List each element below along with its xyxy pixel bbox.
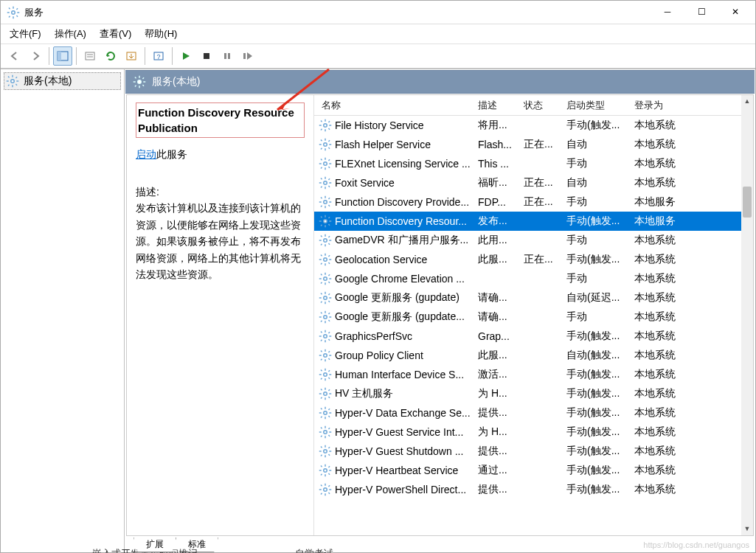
- show-hide-tree-button[interactable]: [53, 46, 72, 66]
- menu-view[interactable]: 查看(V): [100, 27, 131, 41]
- help-button[interactable]: ?: [149, 46, 168, 66]
- cell-start-type: 手动(触发...: [562, 387, 630, 400]
- scroll-up-icon[interactable]: ▲: [741, 95, 753, 108]
- gear-icon: [319, 445, 332, 458]
- menu-action[interactable]: 操作(A): [55, 27, 86, 41]
- cell-desc: Flash...: [474, 139, 519, 150]
- gear-icon: [133, 75, 146, 88]
- start-service-button[interactable]: [176, 46, 195, 66]
- service-row[interactable]: Google 更新服务 (gupdate...请确...手动本地系统: [314, 307, 753, 327]
- service-row[interactable]: Hyper-V Data Exchange Se...提供...手动(触发...…: [314, 403, 753, 422]
- cell-desc: 此用...: [474, 234, 519, 247]
- service-row[interactable]: Hyper-V PowerShell Direct...提供...手动(触发..…: [314, 480, 753, 499]
- start-service-link[interactable]: 启动: [136, 148, 156, 160]
- tree-node-label: 服务(本地): [24, 74, 72, 88]
- cell-status: 正在...: [519, 195, 562, 209]
- col-name[interactable]: 名称: [314, 95, 474, 115]
- refresh-button[interactable]: [101, 46, 120, 66]
- cell-logon: 本地系统: [630, 330, 753, 343]
- gear-icon: [7, 6, 20, 19]
- service-row[interactable]: Function Discovery Resour...发布...手动(触发..…: [314, 212, 753, 231]
- gear-icon: [319, 406, 332, 420]
- menu-help[interactable]: 帮助(H): [145, 27, 177, 41]
- svg-rect-19: [224, 53, 226, 59]
- service-row[interactable]: Hyper-V Heartbeat Service通过...手动(触发...本地…: [314, 461, 753, 480]
- cell-logon: 本地系统: [630, 157, 753, 170]
- gear-icon: [319, 176, 332, 189]
- detail-pane: Function Discovery Resource Publication …: [127, 95, 314, 535]
- cell-start-type: 手动: [562, 234, 630, 247]
- close-button[interactable]: ✕: [718, 1, 752, 24]
- gear-icon: [319, 253, 332, 266]
- console-tree[interactable]: 服务(本地): [1, 69, 125, 552]
- service-row[interactable]: Foxit Service福昕...正在...自动本地系统: [314, 173, 753, 192]
- gear-icon: [319, 368, 332, 381]
- cell-desc: 提供...: [474, 406, 519, 420]
- cell-name: HV 主机服务: [335, 387, 393, 400]
- service-row[interactable]: Hyper-V Guest Service Int...为 H...手动(触发.…: [314, 422, 753, 442]
- column-headers[interactable]: 名称 描述 状态 启动类型 登录为: [314, 95, 753, 116]
- tab-extended[interactable]: 扩展: [133, 538, 176, 552]
- description-label: 描述:: [136, 184, 305, 200]
- selected-service-title: Function Discovery Resource Publication: [136, 102, 305, 138]
- col-logon[interactable]: 登录为: [630, 95, 753, 115]
- svg-rect-11: [58, 52, 61, 60]
- gear-icon: [319, 157, 332, 170]
- tree-node-services-local[interactable]: 服务(本地): [4, 72, 121, 90]
- service-row[interactable]: FLEXnet Licensing Service ...This ...手动本…: [314, 154, 753, 173]
- service-row[interactable]: Google 更新服务 (gupdate)请确...自动(延迟...本地系统: [314, 288, 753, 307]
- col-status[interactable]: 状态: [519, 95, 562, 115]
- properties-button[interactable]: [80, 46, 100, 66]
- stop-service-button[interactable]: [197, 46, 216, 66]
- cell-status: 正在...: [519, 253, 562, 266]
- gear-icon: [319, 215, 332, 228]
- vertical-scrollbar[interactable]: ▲ ▼: [741, 95, 753, 535]
- service-row[interactable]: Google Chrome Elevation ...手动本地系统: [314, 269, 753, 288]
- service-row[interactable]: Human Interface Device S...激活...手动(触发...…: [314, 365, 753, 384]
- gear-icon: [319, 425, 332, 439]
- menu-file[interactable]: 文件(F): [10, 27, 41, 41]
- cell-logon: 本地系统: [630, 138, 753, 151]
- col-start-type[interactable]: 启动类型: [562, 95, 630, 115]
- service-row[interactable]: Hyper-V Guest Shutdown ...提供...手动(触发...本…: [314, 442, 753, 461]
- cell-logon: 本地系统: [630, 406, 753, 420]
- service-row[interactable]: File History Service将用...手动(触发...本地系统: [314, 116, 753, 135]
- titlebar[interactable]: 服务 ─ ☐ ✕: [1, 1, 755, 24]
- service-row[interactable]: HV 主机服务为 H...手动(触发...本地系统: [314, 384, 753, 403]
- gear-icon: [319, 272, 332, 285]
- scroll-thumb[interactable]: [743, 187, 752, 218]
- service-row[interactable]: Geolocation Service此服...正在...手动(触发...本地系…: [314, 250, 753, 269]
- start-service-line: 启动此服务: [136, 148, 305, 161]
- cell-name: Google 更新服务 (gupdate): [335, 291, 460, 305]
- svg-rect-21: [243, 53, 246, 59]
- minimize-button[interactable]: ─: [651, 1, 684, 24]
- cell-desc: 请确...: [474, 291, 519, 305]
- cell-name: Flash Helper Service: [335, 139, 431, 150]
- service-row[interactable]: Group Policy Client此服...自动(触发...本地系统: [314, 346, 753, 365]
- cell-desc: 此服...: [474, 349, 519, 362]
- service-row[interactable]: Flash Helper ServiceFlash...正在...自动本地系统: [314, 135, 753, 154]
- gear-icon: [319, 349, 332, 362]
- scroll-down-icon[interactable]: ▼: [741, 523, 753, 535]
- gear-icon: [319, 138, 332, 151]
- cell-logon: 本地系统: [630, 464, 753, 477]
- cell-name: GameDVR 和广播用户服务...: [335, 234, 468, 247]
- nav-forward-button[interactable]: [26, 46, 45, 66]
- cell-logon: 本地系统: [630, 291, 753, 305]
- pause-service-button[interactable]: [218, 46, 237, 66]
- col-desc[interactable]: 描述: [474, 95, 519, 115]
- gear-icon: [319, 483, 332, 496]
- service-list[interactable]: 名称 描述 状态 启动类型 登录为 File History Service将用…: [314, 95, 753, 535]
- cell-start-type: 手动(触发...: [562, 445, 630, 458]
- restart-service-button[interactable]: [238, 46, 257, 66]
- maximize-button[interactable]: ☐: [684, 1, 718, 24]
- cell-logon: 本地系统: [630, 387, 753, 400]
- cell-logon: 本地系统: [630, 310, 753, 324]
- svg-rect-12: [86, 52, 94, 60]
- service-row[interactable]: GameDVR 和广播用户服务...此用...手动本地系统: [314, 231, 753, 250]
- service-row[interactable]: Function Discovery Provide...FDP...正在...…: [314, 192, 753, 212]
- service-row[interactable]: GraphicsPerfSvcGrap...手动(触发...本地系统: [314, 327, 753, 346]
- nav-back-button[interactable]: [5, 46, 24, 66]
- cell-name: File History Service: [335, 119, 424, 131]
- export-list-button[interactable]: [122, 46, 141, 66]
